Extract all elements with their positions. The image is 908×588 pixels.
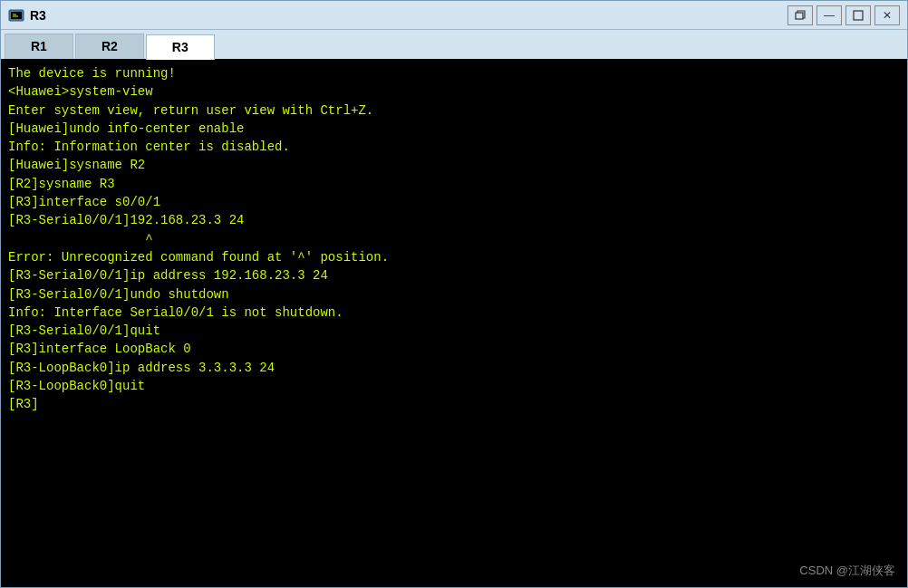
terminal-line: Error: Unrecognized command found at '^'… xyxy=(8,248,900,266)
terminal-line: [R3-Serial0/0/1]192.168.23.3 24 xyxy=(8,211,900,229)
restore-button[interactable] xyxy=(787,5,813,25)
maximize-button[interactable] xyxy=(845,5,871,25)
terminal-line: [R3] xyxy=(8,395,900,413)
watermark: CSDN @江湖侠客 xyxy=(799,563,895,579)
close-button[interactable]: ✕ xyxy=(874,5,900,25)
tab-r3[interactable]: R3 xyxy=(146,34,215,60)
svg-rect-1 xyxy=(11,12,22,19)
window-controls: — ✕ xyxy=(787,5,900,25)
terminal-line: [R3-Serial0/0/1]ip address 192.168.23.3 … xyxy=(8,266,900,284)
terminal-line: [R3]interface LoopBack 0 xyxy=(8,340,900,358)
terminal-output[interactable]: The device is running!<Huawei>system-vie… xyxy=(1,59,907,587)
tab-r1[interactable]: R1 xyxy=(5,34,73,59)
svg-rect-5 xyxy=(854,11,863,20)
window-title: R3 xyxy=(30,8,46,23)
title-bar-left: R3 xyxy=(8,7,46,24)
svg-rect-4 xyxy=(796,13,803,19)
terminal-line: ^ xyxy=(8,230,900,248)
close-icon: ✕ xyxy=(883,9,892,22)
main-window: R3 — ✕ R1 R2 xyxy=(0,0,908,588)
terminal-line: [R3-Serial0/0/1]undo shutdown xyxy=(8,285,900,304)
terminal-line: [R3]interface s0/0/1 xyxy=(8,193,900,211)
terminal-line: [R3-LoopBack0]quit xyxy=(8,377,900,395)
terminal-line: [R3-LoopBack0]ip address 3.3.3.3 24 xyxy=(8,359,900,377)
terminal-line: Enter system view, return user view with… xyxy=(8,101,900,120)
minimize-button[interactable]: — xyxy=(816,5,842,25)
terminal-line: <Huawei>system-view xyxy=(8,82,900,101)
terminal-line: [Huawei]sysname R2 xyxy=(8,156,900,174)
terminal-line: [R3-Serial0/0/1]quit xyxy=(8,322,900,340)
terminal-line: The device is running! xyxy=(8,64,900,82)
app-icon xyxy=(8,7,24,24)
terminal-line: [R2]sysname R3 xyxy=(8,175,900,193)
title-bar: R3 — ✕ xyxy=(1,1,907,30)
tab-r2[interactable]: R2 xyxy=(75,34,144,59)
terminal-line: Info: Information center is disabled. xyxy=(8,138,900,156)
tab-bar: R1 R2 R3 xyxy=(1,30,907,59)
minimize-icon: — xyxy=(824,9,835,22)
terminal-line: Info: Interface Serial0/0/1 is not shutd… xyxy=(8,304,900,322)
terminal-line: [Huawei]undo info-center enable xyxy=(8,120,900,138)
